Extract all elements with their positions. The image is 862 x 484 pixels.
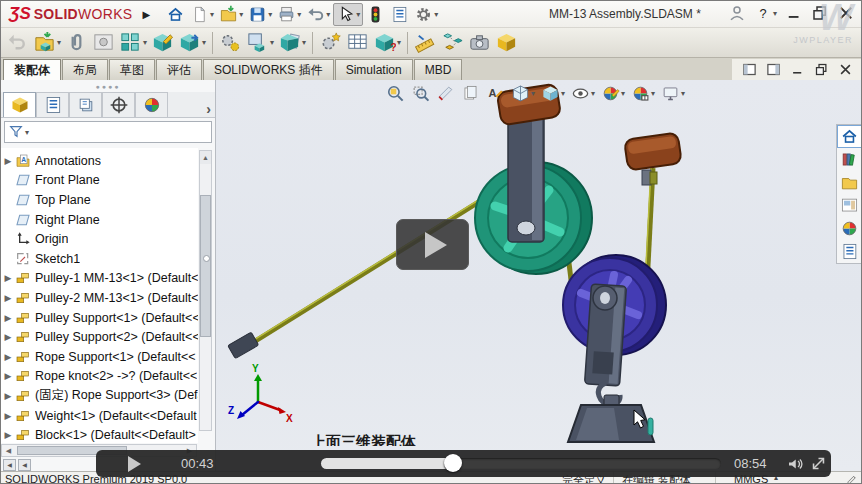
select-button[interactable]: ▾ <box>333 3 363 26</box>
assembly-features-button[interactable] <box>317 30 344 55</box>
caret-down-icon[interactable]: ▾ <box>621 89 625 98</box>
caret-down-icon[interactable]: ▾ <box>202 38 206 47</box>
hide-show-components-button[interactable]: ▾ <box>276 30 308 55</box>
smart-fasteners-button[interactable] <box>217 30 244 55</box>
expander-icon[interactable]: ▶ <box>1 332 15 342</box>
tab-mbd[interactable]: MBD <box>414 59 463 80</box>
move-component-button[interactable]: ▾ <box>176 30 208 55</box>
caret-down-icon[interactable]: ▾ <box>302 38 306 47</box>
tree-vertical-scrollbar[interactable]: ▲ <box>199 150 212 431</box>
expander-icon[interactable]: ▶ <box>1 156 15 166</box>
tree-item[interactable]: ▶(固定) Rope Support<3> (Defa <box>1 386 198 406</box>
doc-previous-window-button[interactable] <box>740 61 759 78</box>
display-style-button[interactable]: ▾ <box>539 83 567 104</box>
measure-button[interactable] <box>412 30 439 55</box>
mate-button[interactable] <box>63 30 90 55</box>
panel-grip[interactable]: ●●●● <box>1 80 215 92</box>
window-close-button[interactable] <box>835 3 857 23</box>
tree-item[interactable]: ▶Rope Support<1> (Default<< <box>1 347 198 367</box>
rebuild-traffic-light-button[interactable] <box>364 4 387 25</box>
dimxpertmanager-tab[interactable] <box>102 92 135 117</box>
tree-item[interactable]: Right Plane <box>1 210 198 230</box>
caret-down-icon[interactable]: ▾ <box>297 10 301 19</box>
expander-icon[interactable]: ▶ <box>1 352 15 362</box>
component-preview-window-button[interactable] <box>90 30 117 55</box>
tree-item[interactable]: ▶AAnnotations <box>1 151 198 171</box>
video-play-overlay-button[interactable] <box>396 219 469 270</box>
player-play-icon[interactable] <box>128 456 141 472</box>
design-library-button[interactable] <box>837 148 862 171</box>
tab-simulation[interactable]: Simulation <box>335 59 413 80</box>
print-button[interactable]: ▾ <box>275 4 303 25</box>
tree-item[interactable]: ▶Rope knot<2> ->? (Default<< <box>1 367 198 387</box>
tree-filter-box[interactable]: ▾ <box>4 121 212 143</box>
tree-item[interactable]: Top Plane <box>1 190 198 210</box>
flyout-previous-button[interactable] <box>4 30 31 55</box>
expander-icon[interactable]: ▶ <box>1 391 15 401</box>
apply-scene-button[interactable]: ▾ <box>629 83 657 104</box>
player-progress-track[interactable] <box>321 458 721 469</box>
expander-icon[interactable]: ▶ <box>1 273 15 283</box>
scroll-left-icon[interactable]: ◀ <box>2 447 15 455</box>
tab-layout[interactable]: 布局 <box>62 59 108 80</box>
caret-down-icon[interactable]: ▾ <box>561 89 565 98</box>
caret-down-icon[interactable]: ▾ <box>773 9 777 18</box>
hide-show-items-button[interactable]: ▾ <box>569 83 597 104</box>
doc-close-button[interactable] <box>836 61 855 78</box>
edit-component-button[interactable] <box>149 30 176 55</box>
login-user-button[interactable] <box>726 3 748 23</box>
help-button[interactable]: ?▾ <box>752 3 779 23</box>
caret-down-icon[interactable]: ▾ <box>210 10 214 19</box>
doc-minimize-button[interactable] <box>788 61 807 78</box>
custom-properties-button[interactable] <box>837 240 862 263</box>
window-minimize-button[interactable] <box>783 3 805 23</box>
linear-component-pattern-button[interactable]: ▾ <box>117 30 149 55</box>
save-button[interactable]: ▾ <box>246 4 274 25</box>
open-button[interactable]: ▾ <box>217 4 245 25</box>
caret-down-icon[interactable]: ▾ <box>681 89 685 98</box>
show-hidden-components-button[interactable]: ▾ <box>244 30 276 55</box>
previous-view-button[interactable] <box>459 83 482 104</box>
panel-expand-chevron[interactable]: › <box>206 101 211 117</box>
caret-down-icon[interactable]: ▾ <box>591 89 595 98</box>
view-settings-button[interactable]: ▾ <box>659 83 687 104</box>
caret-down-icon[interactable]: ▾ <box>25 128 29 137</box>
insert-components-button[interactable]: ▾ <box>31 30 63 55</box>
expander-icon[interactable]: ▶ <box>1 371 15 381</box>
undo-button[interactable]: ▾ <box>304 4 332 25</box>
home-button[interactable] <box>164 4 187 25</box>
caret-down-icon[interactable]: ▾ <box>531 89 535 98</box>
expander-icon[interactable]: ▶ <box>1 313 15 323</box>
new-document-button[interactable]: ▾ <box>188 4 216 25</box>
tree-item[interactable]: ▶Pulley Support<2> (Default<< <box>1 327 198 347</box>
tab-evaluate[interactable]: 评估 <box>156 59 202 80</box>
tree-item[interactable]: Front Plane <box>1 171 198 191</box>
tab-assembly[interactable]: 装配体 <box>3 59 61 80</box>
tree-item[interactable]: Sketch1 <box>1 249 198 269</box>
tab-addins[interactable]: SOLIDWORKS 插件 <box>203 59 334 80</box>
hide-show-annotations-button[interactable]: A <box>484 83 507 104</box>
caret-down-icon[interactable]: ▾ <box>326 10 330 19</box>
zoom-to-area-button[interactable] <box>409 83 432 104</box>
configurationmanager-tab[interactable] <box>69 92 102 117</box>
caret-down-icon[interactable]: ▾ <box>57 38 61 47</box>
view-palette-button[interactable] <box>837 194 862 217</box>
caret-down-icon[interactable]: ▾ <box>143 38 147 47</box>
edit-appearance-button[interactable]: ▾ <box>599 83 627 104</box>
interference-detection-button[interactable]: ?▾ <box>371 30 403 55</box>
tree-item[interactable]: ▶Pulley Support<1> (Default<< <box>1 308 198 328</box>
filter-funnel-icon[interactable] <box>8 124 24 140</box>
displaymanager-tab[interactable] <box>135 92 168 117</box>
options-button[interactable]: ▾ <box>412 4 440 25</box>
tree-item[interactable]: ▶Block<1> (Default<<Default> <box>1 425 198 443</box>
scrollbar-thumb[interactable] <box>200 195 211 337</box>
player-scrubber-knob[interactable] <box>444 454 462 472</box>
appearances-scenes-button[interactable] <box>837 217 862 240</box>
volume-icon[interactable] <box>786 455 804 473</box>
split-left-icon[interactable]: ◀ <box>3 459 16 471</box>
file-explorer-button[interactable] <box>837 171 862 194</box>
caret-down-icon[interactable]: ▾ <box>268 10 272 19</box>
caret-down-icon[interactable]: ▾ <box>434 10 438 19</box>
expander-icon[interactable]: ▶ <box>1 430 15 440</box>
caret-down-icon[interactable]: ▾ <box>356 10 360 19</box>
